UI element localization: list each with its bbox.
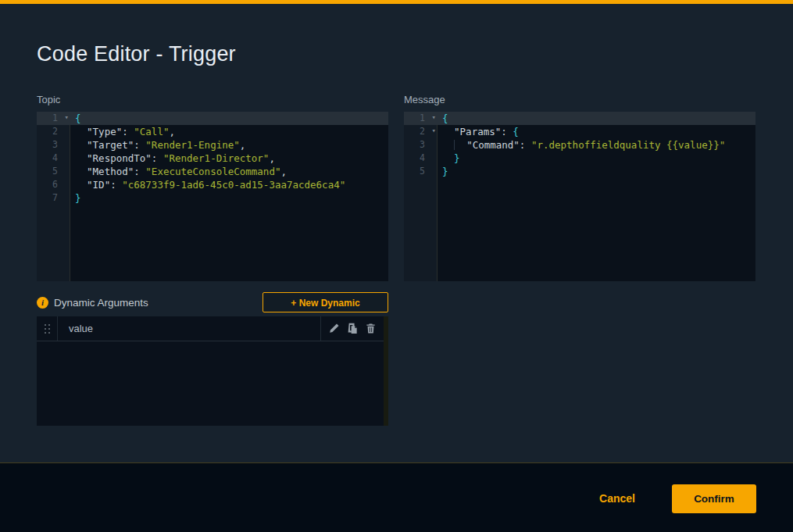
- code-text: "Target": "Render1-Engine",: [70, 138, 245, 152]
- drag-handle-icon[interactable]: [37, 316, 58, 341]
- edit-pencil-icon[interactable]: [328, 323, 340, 334]
- line-number: 1▾: [404, 112, 438, 125]
- line-number: 4: [37, 152, 70, 165]
- line-number: 2▾: [404, 125, 438, 138]
- line-number: 2: [37, 125, 70, 138]
- top-accent-bar: [0, 0, 793, 4]
- code-line[interactable]: 5}: [404, 165, 755, 178]
- fold-arrow-icon[interactable]: ▾: [432, 111, 436, 124]
- code-text: "Command": "r.depthoffieldquality {{valu…: [438, 138, 725, 152]
- topic-code-editor[interactable]: 1▾{2 "Type": "Call",3 "Target": "Render1…: [37, 112, 388, 281]
- code-line[interactable]: 5 "Method": "ExecuteConsoleCommand",: [37, 165, 388, 178]
- line-number: 3: [404, 138, 438, 152]
- code-line[interactable]: 1▾{: [37, 112, 388, 125]
- dynamic-argument-row: value: [37, 316, 384, 341]
- code-text: }: [70, 191, 81, 205]
- info-icon: i: [37, 297, 48, 309]
- line-number: 7: [37, 191, 70, 205]
- row-actions: [320, 316, 384, 341]
- code-text: "Type": "Call",: [70, 125, 175, 138]
- code-line[interactable]: 3 "Command": "r.depthoffieldquality {{va…: [404, 138, 755, 152]
- new-dynamic-argument-button[interactable]: + New Dynamic Argument: [263, 292, 388, 312]
- duplicate-copy-icon[interactable]: [347, 323, 359, 334]
- dynamic-argument-name: value: [58, 316, 320, 341]
- code-line[interactable]: 6 "ID": "c68733f9-1ad6-45c0-ad15-3aa7acd…: [37, 178, 388, 191]
- panel-scrollbar[interactable]: [384, 316, 388, 426]
- code-text: "ID": "c68733f9-1ad6-45c0-ad15-3aa7acde6…: [70, 178, 345, 191]
- code-line[interactable]: 3 "Target": "Render1-Engine",: [37, 138, 388, 152]
- line-number: 6: [37, 178, 70, 191]
- code-text: "RespondTo": "Render1-Director",: [70, 152, 275, 165]
- topic-label: Topic: [37, 94, 60, 105]
- code-text: }: [438, 152, 460, 165]
- fold-arrow-icon[interactable]: ▾: [65, 111, 69, 124]
- code-text: {: [70, 112, 81, 125]
- code-line[interactable]: 4 "RespondTo": "Render1-Director",: [37, 152, 388, 165]
- line-number: 5: [37, 165, 70, 178]
- dynamic-arguments-panel: value: [37, 316, 388, 426]
- code-line[interactable]: 2▾ "Params": {: [404, 125, 755, 138]
- code-line[interactable]: 1▾{: [404, 112, 755, 125]
- message-label: Message: [404, 94, 445, 105]
- code-line[interactable]: 7}: [37, 191, 388, 205]
- code-text: "Params": {: [438, 125, 519, 138]
- code-editor-trigger-dialog: Code Editor - Trigger Topic Message 1▾{2…: [0, 0, 793, 532]
- line-number: 3: [37, 138, 70, 152]
- line-number: 4: [404, 152, 438, 165]
- dynamic-arguments-heading: Dynamic Arguments: [54, 297, 148, 309]
- code-text: {: [438, 112, 448, 125]
- page-title: Code Editor - Trigger: [37, 42, 236, 66]
- code-line[interactable]: 4 }: [404, 152, 755, 165]
- line-number: 5: [404, 165, 438, 178]
- code-line[interactable]: 2 "Type": "Call",: [37, 125, 388, 138]
- code-text: }: [438, 165, 448, 178]
- delete-trash-icon[interactable]: [365, 323, 377, 334]
- cancel-button[interactable]: Cancel: [592, 491, 642, 505]
- line-number: 1▾: [37, 112, 70, 125]
- code-text: "Method": "ExecuteConsoleCommand",: [70, 165, 287, 178]
- message-code-editor[interactable]: 1▾{2▾ "Params": {3 "Command": "r.depthof…: [404, 112, 755, 281]
- fold-arrow-icon[interactable]: ▾: [432, 124, 436, 137]
- confirm-button[interactable]: Confirm: [672, 484, 756, 513]
